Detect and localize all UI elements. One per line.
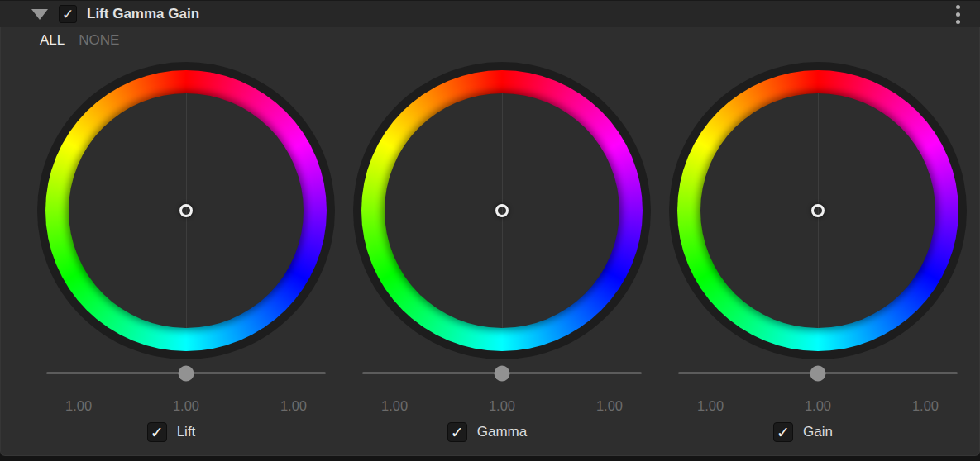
gain-trackball-wheel[interactable]	[669, 62, 967, 359]
wheel-inner-disc	[700, 93, 935, 328]
foldout-triangle-icon[interactable]	[31, 9, 48, 20]
gamma-column: 1.00 1.00 1.00 ✓ Gamma	[344, 54, 660, 443]
lift-offset-slider[interactable]	[46, 372, 326, 374]
lift-override-row: ✓ Lift	[28, 421, 344, 443]
slider-handle[interactable]	[179, 365, 194, 381]
lift-label: Lift	[177, 424, 196, 440]
effect-header: ✓ Lift Gamma Gain	[0, 0, 980, 27]
wheel-inner-disc	[69, 93, 304, 328]
gamma-value-g: 1.00	[489, 398, 515, 414]
kebab-dot-icon	[956, 12, 960, 17]
gain-offset-slider-row	[660, 372, 976, 387]
lift-value-r: 1.00	[65, 398, 92, 414]
gain-value-b: 1.00	[912, 398, 939, 414]
check-icon: ✓	[451, 425, 464, 440]
lift-value-g: 1.00	[173, 398, 199, 414]
check-icon: ✓	[777, 425, 790, 440]
gamma-override-checkbox[interactable]: ✓	[447, 422, 467, 442]
kebab-dot-icon	[956, 5, 960, 9]
effect-enabled-checkbox[interactable]: ✓	[59, 5, 77, 23]
trackball-indicator[interactable]	[495, 204, 509, 217]
lift-trackball-wheel[interactable]	[37, 62, 335, 359]
trackball-indicator[interactable]	[811, 204, 825, 217]
wheel-inner-disc	[385, 93, 619, 328]
gain-rgb-values: 1.00 1.00 1.00	[697, 398, 939, 414]
gain-override-row: ✓ Gain	[660, 421, 976, 443]
lift-override-checkbox[interactable]: ✓	[147, 422, 167, 442]
gamma-value-b: 1.00	[596, 398, 623, 414]
effect-title: Lift Gamma Gain	[87, 6, 199, 22]
lift-value-b: 1.00	[280, 398, 307, 414]
gamma-override-row: ✓ Gamma	[344, 421, 660, 443]
lift-gamma-gain-panel: ✓ Lift Gamma Gain ALL NONE	[0, 0, 980, 456]
gamma-offset-slider-row	[344, 372, 660, 387]
gain-label: Gain	[803, 424, 833, 440]
check-icon: ✓	[151, 425, 164, 440]
slider-handle[interactable]	[495, 365, 510, 381]
gamma-rgb-values: 1.00 1.00 1.00	[381, 398, 623, 414]
select-none-button[interactable]: NONE	[79, 32, 119, 49]
lift-column: 1.00 1.00 1.00 ✓ Lift	[28, 54, 344, 443]
override-presets-bar: ALL NONE	[0, 27, 980, 54]
gamma-label: Gamma	[477, 424, 527, 440]
trackball-indicator[interactable]	[179, 204, 193, 217]
kebab-dot-icon	[956, 20, 960, 24]
gain-value-r: 1.00	[697, 398, 724, 414]
gamma-value-r: 1.00	[381, 398, 408, 414]
gain-value-g: 1.00	[805, 398, 831, 414]
select-all-button[interactable]: ALL	[40, 32, 65, 49]
trackballs-row: 1.00 1.00 1.00 ✓ Lift	[0, 54, 980, 443]
lift-rgb-values: 1.00 1.00 1.00	[65, 398, 307, 414]
lift-offset-slider-row	[28, 372, 344, 387]
slider-handle[interactable]	[810, 365, 826, 381]
check-icon: ✓	[62, 7, 74, 21]
more-options-button[interactable]	[954, 3, 962, 26]
gamma-offset-slider[interactable]	[362, 372, 642, 374]
gain-override-checkbox[interactable]: ✓	[773, 422, 793, 442]
gain-column: 1.00 1.00 1.00 ✓ Gain	[660, 54, 976, 443]
gamma-trackball-wheel[interactable]	[353, 62, 651, 359]
gain-offset-slider[interactable]	[678, 372, 958, 374]
